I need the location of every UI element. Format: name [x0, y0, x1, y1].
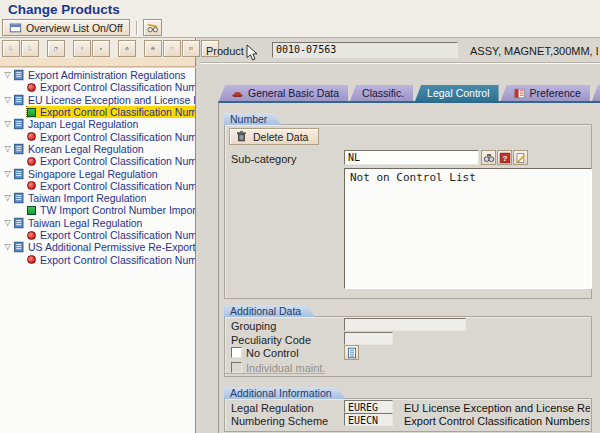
tree-item[interactable]: Export Control Classification Numbers fo… [0, 81, 195, 93]
tree-item-content[interactable]: Export Control Classification Numbers fo… [27, 131, 195, 143]
expander-icon[interactable]: ▽ [2, 193, 13, 203]
individual-maint-checkbox [231, 362, 242, 373]
grid-button[interactable] [182, 40, 200, 57]
tree-item-content[interactable]: Export Control Classification Numbers fo… [27, 180, 195, 192]
tree-item-content[interactable]: Export Control Classification Numbers fo… [27, 81, 195, 93]
tree-item-label: Japan Legal Regulation [28, 118, 138, 130]
edit-button[interactable] [513, 150, 528, 165]
no-control-info-button[interactable] [344, 345, 359, 360]
tree-item-content[interactable]: TW Import Control Number Import/Arrival [27, 204, 195, 216]
mouse-cursor [246, 44, 258, 62]
tree-item[interactable]: Export Control Classification Numbers fo… [0, 229, 195, 241]
tab-general-basic-data[interactable]: General Basic Data [219, 85, 348, 101]
tab-label: Legal Control [427, 87, 489, 99]
tab-legal-control[interactable]: Legal Control [415, 85, 498, 101]
trash-icon [235, 130, 248, 143]
divider [200, 62, 600, 63]
tree-item[interactable]: Export Control Classification Numbers fo… [0, 253, 195, 265]
print-button[interactable] [144, 40, 162, 57]
expand-all-button[interactable] [92, 40, 110, 57]
display-change-button[interactable] [143, 19, 162, 36]
tree-item-selected[interactable]: Export Control Classification Numbers fo… [27, 106, 195, 118]
peculiarity-code-field[interactable] [344, 332, 393, 345]
help-button[interactable]: ? [497, 150, 512, 165]
numbering-scheme-label: Numbering Scheme [231, 415, 328, 427]
tree-toolbar [0, 38, 196, 58]
red-led-icon [27, 255, 36, 264]
tree-item[interactable]: ▽Korean Legal Regulation [0, 143, 195, 155]
expander-icon[interactable]: ▽ [2, 242, 13, 252]
copy-button[interactable] [47, 40, 65, 57]
search-help-icon [483, 152, 495, 164]
expander-icon[interactable]: ▽ [2, 95, 13, 105]
red-led-icon [27, 181, 36, 190]
collapse-all-button[interactable] [73, 40, 91, 57]
tree-item[interactable]: Export Control Classification Numbers fo… [0, 130, 195, 142]
regulation-folder-icon [13, 217, 25, 229]
expander-icon[interactable]: ▽ [2, 144, 13, 154]
tab-preference[interactable]: Preference [592, 85, 600, 101]
legal-control-tab-panel: Number Delete Data Sub-category NL ? Not… [218, 101, 600, 433]
tab-classific[interactable]: Classific. [350, 85, 413, 101]
expander-icon[interactable]: ▽ [2, 70, 13, 80]
tree-item[interactable]: Export Control Classification Numbers fo… [0, 155, 195, 167]
tree-item[interactable]: ▽EU License Exception and License Requir… [0, 94, 195, 106]
tree-item-label: Export Control Classification Numbers fo… [40, 155, 195, 167]
subcategory-field[interactable]: NL [344, 150, 479, 165]
tree-item[interactable]: Export Control Classification Numbers fo… [0, 180, 195, 192]
search-help-button[interactable] [481, 150, 496, 165]
red-led-icon [27, 83, 36, 92]
tree-item[interactable]: Export Control Classification Numbers fo… [0, 106, 195, 118]
tree-item-content[interactable]: Export Control Classification Numbers fo… [27, 254, 195, 266]
subcategory-description-box[interactable]: Not on Control List [344, 168, 592, 289]
delete-data-button[interactable]: Delete Data [229, 128, 319, 145]
tree-item[interactable]: ▽Taiwan Legal Regulation [0, 217, 195, 229]
regulation-folder-icon [13, 168, 25, 180]
tree-item-label: Export Control Classification Numbers fo… [40, 106, 195, 118]
copy-icon [54, 42, 58, 55]
expander-icon[interactable]: ▽ [2, 119, 13, 129]
overview-list-toggle-button[interactable]: Overview List On/Off [2, 19, 130, 36]
additional-information-title: Additional Information [224, 387, 346, 399]
expander-icon[interactable]: ▽ [2, 218, 13, 228]
tree-item[interactable]: TW Import Control Number Import/Arrival [0, 204, 195, 216]
product-field[interactable]: 0010-07563 [272, 42, 458, 58]
tab-preference[interactable]: Preference [501, 85, 590, 101]
page-small-button[interactable] [163, 40, 181, 57]
expander-icon[interactable]: ▽ [2, 169, 13, 179]
list-icon [346, 347, 358, 359]
tree-item[interactable]: ▽Japan Legal Regulation [0, 118, 195, 130]
svg-text:?: ? [502, 153, 507, 162]
tree-item-content[interactable]: Export Control Classification Numbers fo… [27, 155, 195, 167]
find-button[interactable] [118, 40, 136, 57]
tree-item-label: Export Control Classification Numbers fo… [40, 81, 195, 93]
regulation-folder-icon [13, 69, 25, 81]
expand-all-icon [99, 42, 103, 55]
tree-item[interactable]: ▽Taiwan Import Regulation [0, 192, 195, 204]
grouping-field[interactable] [344, 318, 466, 331]
number-group: Number Delete Data Sub-category NL ? Not… [224, 124, 592, 299]
export-file-button[interactable] [21, 40, 39, 57]
legal-regulation-field[interactable]: EUREG [344, 400, 393, 413]
tree-item-label: Korean Legal Regulation [28, 143, 144, 155]
green-led-icon [27, 206, 36, 215]
export-file-icon [28, 42, 32, 55]
regulation-folder-icon [13, 241, 25, 253]
application-toolbar: Overview List On/Off [2, 19, 162, 36]
numbering-scheme-field[interactable]: EUECN [344, 413, 393, 426]
hat-icon [231, 87, 244, 100]
no-control-checkbox[interactable] [231, 347, 242, 358]
regulation-folder-icon [13, 143, 25, 155]
tree-item[interactable]: ▽Export Administration Regulations [0, 69, 195, 81]
numbering-scheme-description: Export Control Classification Numbers [404, 415, 590, 427]
tree-item-label: Export Control Classification Numbers fo… [40, 131, 195, 143]
tree-item[interactable]: ▽Singapore Legal Regulation [0, 167, 195, 179]
no-control-label: No Control [246, 347, 299, 359]
tree-item-content[interactable]: Export Control Classification Numbers fo… [27, 229, 195, 241]
export-report-button[interactable] [2, 40, 20, 57]
tree-item[interactable]: ▽US Additional Permissive Re-Exports [0, 241, 195, 253]
tree-item-label: Export Control Classification Numbers fo… [40, 229, 195, 241]
tab-label: Preference [530, 87, 581, 99]
tree-item-label: US Additional Permissive Re-Exports [28, 241, 195, 253]
toolbar-separator [136, 21, 137, 35]
